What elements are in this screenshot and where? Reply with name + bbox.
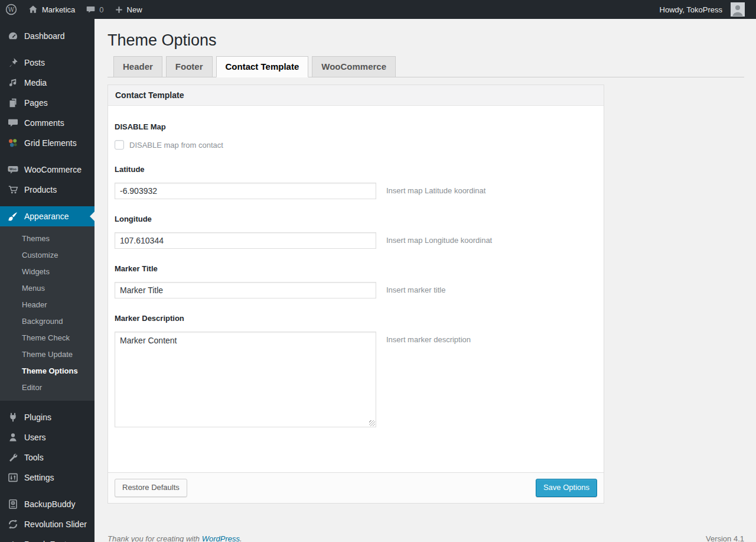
submenu-item-themes[interactable]: Themes xyxy=(0,231,94,247)
footer-thanks: Thank you for creating with WordPress. xyxy=(107,534,242,542)
page-title: Theme Options xyxy=(107,31,744,50)
svg-text:Woo: Woo xyxy=(9,167,17,171)
field-hint: Insert map Longitude koordinat xyxy=(386,232,492,245)
field-longitude: LongitudeInsert map Longitude koordinat xyxy=(115,215,597,249)
users-icon xyxy=(7,431,19,443)
menu-separator xyxy=(0,46,94,53)
submenu-item-header[interactable]: Header xyxy=(0,297,94,313)
menu-item-label: Grid Elements xyxy=(24,138,77,148)
tab-woocommerce[interactable]: WooCommerce xyxy=(312,56,396,77)
backup-icon xyxy=(7,498,19,510)
submenu-item-theme-check[interactable]: Theme Check xyxy=(0,330,94,346)
comments-icon xyxy=(7,117,19,129)
sidebar-item-settings[interactable]: Settings xyxy=(0,468,94,488)
submenu-item-menus[interactable]: Menus xyxy=(0,280,94,297)
restore-defaults-button[interactable]: Restore Defaults xyxy=(115,479,187,497)
field-hint: Insert marker title xyxy=(386,282,445,294)
submenu-item-widgets[interactable]: Widgets xyxy=(0,264,94,280)
tab-header[interactable]: Header xyxy=(113,56,162,77)
sidebar-item-users[interactable]: Users xyxy=(0,427,94,447)
sidebar-item-plugins[interactable]: Plugins xyxy=(0,407,94,427)
grid-elements-icon xyxy=(7,137,19,149)
marker-description-textarea[interactable] xyxy=(115,332,376,427)
sidebar-item-grid-elements[interactable]: Grid Elements xyxy=(0,133,94,153)
sidebar-item-posts[interactable]: Posts xyxy=(0,53,94,73)
menu-separator xyxy=(0,488,94,494)
pages-icon xyxy=(7,97,19,109)
panel-footer: Restore Defaults Save Options xyxy=(108,472,604,503)
account-menu[interactable]: Howdy, TokoPress xyxy=(654,0,750,19)
comment-bubble-icon xyxy=(86,5,96,15)
sidebar-item-tools[interactable]: Tools xyxy=(0,447,94,468)
field-hint: Insert map Latitude koordinat xyxy=(386,183,485,195)
field-control-row: DISABLE map from contact xyxy=(115,140,597,150)
field-control-row: Insert marker description xyxy=(115,332,597,427)
sidebar-item-revolution-slider[interactable]: Revolution Slider xyxy=(0,514,94,534)
sidebar-item-woocommerce[interactable]: WooWooCommerce xyxy=(0,160,94,180)
menu-item-label: Products xyxy=(24,185,57,194)
sidebar: DashboardPostsMediaPagesCommentsGrid Ele… xyxy=(0,19,94,542)
wordpress-logo-button[interactable]: W xyxy=(0,0,22,19)
field-control-row: Insert marker title xyxy=(115,282,597,298)
submenu-item-customize[interactable]: Customize xyxy=(0,247,94,264)
latitude-input[interactable] xyxy=(115,183,376,199)
site-name-label: Marketica xyxy=(42,5,75,14)
sidebar-item-appearance[interactable]: Appearance xyxy=(0,206,94,226)
fonts-icon: A xyxy=(7,538,19,542)
thanks-period: . xyxy=(240,534,242,542)
submenu-item-theme-update[interactable]: Theme Update xyxy=(0,346,94,363)
comments-shortcut[interactable]: 0 xyxy=(80,0,109,19)
field-label: Marker Title xyxy=(115,264,597,273)
submenu-item-theme-options[interactable]: Theme Options xyxy=(0,363,94,379)
field-label: DISABLE Map xyxy=(115,122,597,131)
menu-item-label: Dashboard xyxy=(24,31,65,41)
sidebar-item-media[interactable]: Media xyxy=(0,73,94,93)
sidebar-menu: DashboardPostsMediaPagesCommentsGrid Ele… xyxy=(0,26,94,542)
disable-map-checkbox[interactable] xyxy=(115,140,124,150)
plugin-icon xyxy=(7,411,19,423)
svg-text:W: W xyxy=(8,6,15,13)
woocommerce-icon: Woo xyxy=(7,164,19,176)
admin-bar-right: Howdy, TokoPress xyxy=(654,0,750,19)
submenu-item-background[interactable]: Background xyxy=(0,313,94,330)
thanks-text: Thank you for creating with xyxy=(107,534,202,542)
sidebar-item-backupbuddy[interactable]: BackupBuddy xyxy=(0,494,94,514)
sidebar-item-punch-fonts[interactable]: APunch Fonts xyxy=(0,534,94,542)
longitude-input[interactable] xyxy=(115,232,376,249)
menu-item-label: Posts xyxy=(24,58,45,67)
site-name-link[interactable]: Marketica xyxy=(22,0,80,19)
menu-item-label: Punch Fonts xyxy=(24,540,71,542)
tab-contact-template[interactable]: Contact Template xyxy=(216,56,309,77)
panel-header: Contact Template xyxy=(108,85,604,106)
field-marker-description: Marker DescriptionInsert marker descript… xyxy=(115,314,597,427)
field-label: Marker Description xyxy=(115,314,597,323)
pushpin-icon xyxy=(7,57,19,69)
main-content: Theme Options HeaderFooterContact Templa… xyxy=(94,19,756,542)
field-marker-title: Marker TitleInsert marker title xyxy=(115,264,597,298)
tab-footer[interactable]: Footer xyxy=(166,56,213,77)
sidebar-item-dashboard[interactable]: Dashboard xyxy=(0,26,94,46)
sidebar-item-products[interactable]: Products xyxy=(0,180,94,200)
wordpress-link[interactable]: WordPress xyxy=(202,534,240,542)
sidebar-item-pages[interactable]: Pages xyxy=(0,93,94,113)
resize-grip-icon[interactable] xyxy=(369,420,375,426)
marker-title-input[interactable] xyxy=(115,282,376,298)
menu-item-label: Settings xyxy=(24,473,54,482)
theme-options-panel: Contact Template DISABLE MapDISABLE map … xyxy=(107,85,604,504)
textarea-wrapper xyxy=(115,332,376,427)
new-content-button[interactable]: New xyxy=(109,0,148,19)
field-disable-map: DISABLE MapDISABLE map from contact xyxy=(115,122,597,150)
save-options-button[interactable]: Save Options xyxy=(536,479,597,497)
howdy-label: Howdy, TokoPress xyxy=(660,5,722,14)
comment-count: 0 xyxy=(99,5,103,14)
home-icon xyxy=(28,4,38,15)
dashboard-icon xyxy=(7,30,19,42)
menu-separator xyxy=(0,153,94,160)
field-hint: Insert marker description xyxy=(386,332,471,344)
media-icon xyxy=(7,77,19,89)
menu-item-label: Pages xyxy=(24,98,48,108)
menu-item-label: Tools xyxy=(24,453,44,462)
sidebar-item-comments[interactable]: Comments xyxy=(0,113,94,133)
submenu-item-editor[interactable]: Editor xyxy=(0,379,94,396)
appearance-submenu: ThemesCustomizeWidgetsMenusHeaderBackgro… xyxy=(0,226,94,401)
